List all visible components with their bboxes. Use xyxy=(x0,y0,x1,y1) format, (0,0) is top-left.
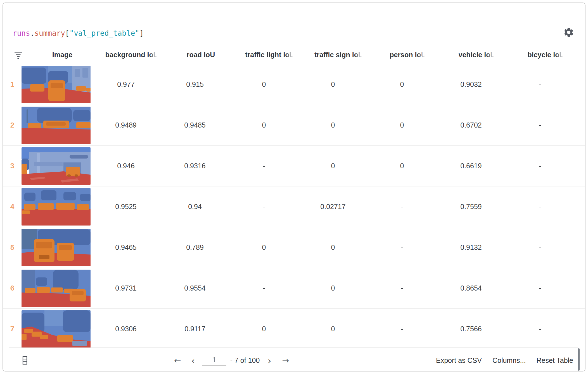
prev-page-icon: ‹ xyxy=(191,355,195,366)
gear-icon[interactable] xyxy=(563,27,575,39)
value-cell: 0 xyxy=(229,243,298,251)
value-cell: 0 xyxy=(368,162,437,170)
segmentation-overlay-parking-lot-image xyxy=(22,147,91,185)
value-cell: - xyxy=(368,203,437,211)
column-header-background-iou[interactable]: background IoU xyxy=(97,51,166,61)
column-header-label: traffic light IoU xyxy=(245,51,294,59)
value-cell: 0 xyxy=(298,284,368,292)
reset-table-button[interactable]: Reset Table xyxy=(536,356,573,365)
row-index: 4 xyxy=(3,202,22,211)
value-cell: - xyxy=(368,243,437,251)
table-row: 40.95250.94-0.02717-0.7559- xyxy=(3,186,585,227)
row-thumbnail[interactable] xyxy=(22,229,91,266)
value-cell: 0.977 xyxy=(91,80,160,88)
filter-button[interactable] xyxy=(9,52,27,59)
image-cell xyxy=(22,105,91,145)
row-index: 7 xyxy=(3,325,22,333)
row-thumbnail[interactable] xyxy=(22,147,91,185)
row-index: 2 xyxy=(3,121,22,130)
row-index: 3 xyxy=(3,162,22,170)
page-number-input[interactable] xyxy=(202,355,226,366)
value-cell: 0.9316 xyxy=(160,162,229,170)
column-header-traffic-light-iou[interactable]: traffic light IoU xyxy=(235,51,304,61)
segmentation-overlay-intersection-image xyxy=(22,188,91,226)
table-header-row: Imagebackground IoUroad IoUtraffic light… xyxy=(3,47,585,64)
value-cell: - xyxy=(506,162,575,170)
row-index: 1 xyxy=(3,80,22,89)
column-header-image[interactable]: Image xyxy=(27,51,97,61)
columns-button[interactable]: Columns... xyxy=(492,356,526,365)
table-row: 70.93060.911700-0.7566- xyxy=(3,309,585,349)
code-token: ] xyxy=(139,29,144,37)
table-panel-card: runs.summary["val_pred_table"] Imageback… xyxy=(3,3,585,371)
column-header-label: road IoU xyxy=(187,51,215,59)
last-page-icon: → xyxy=(282,356,289,365)
vertical-scroll-track[interactable] xyxy=(579,64,579,347)
row-thumbnail[interactable] xyxy=(22,310,91,348)
column-header-traffic-sign-iou[interactable]: traffic sign IoU xyxy=(304,51,373,61)
table-row: 30.9460.9316-000.6619- xyxy=(3,146,585,186)
value-cell: 0 xyxy=(298,121,368,129)
prev-page-button[interactable]: ‹ xyxy=(190,356,196,365)
value-cell: - xyxy=(368,325,437,333)
row-thumbnail[interactable] xyxy=(22,188,91,226)
value-cell: 0.94 xyxy=(160,203,229,211)
value-cell: 0.9132 xyxy=(437,243,506,251)
value-cell: 0.9465 xyxy=(91,243,160,251)
value-cell: 0.6619 xyxy=(437,162,506,170)
column-header-label: background IoU xyxy=(105,51,158,59)
value-cell: 0 xyxy=(298,243,368,251)
value-cell: - xyxy=(506,203,575,211)
code-token: runs xyxy=(13,29,30,37)
row-thumbnail[interactable] xyxy=(22,270,91,307)
value-cell: 0.9731 xyxy=(91,284,160,292)
page-background: { "panel": { "code_tokens": [ {"text": "… xyxy=(0,0,588,374)
value-cell: 0 xyxy=(298,162,368,170)
last-page-button[interactable]: → xyxy=(281,356,290,365)
column-header-label: Image xyxy=(52,51,72,59)
value-cell: 0.9525 xyxy=(91,203,160,211)
first-page-button[interactable]: ← xyxy=(173,356,182,365)
table-row: 20.94890.94850000.6702- xyxy=(3,105,585,146)
value-cell: 0 xyxy=(368,121,437,129)
table-bottom-border xyxy=(9,347,578,348)
panel-title-code: runs.summary["val_pred_table"] xyxy=(13,28,144,39)
value-cell: - xyxy=(506,325,575,333)
value-cell: 0.9554 xyxy=(160,284,229,292)
row-index: 5 xyxy=(3,243,22,252)
segmentation-overlay-street-scene-image xyxy=(22,229,91,266)
value-cell: 0 xyxy=(368,80,437,88)
image-cell xyxy=(22,146,91,186)
segmentation-overlay-street-scene-image xyxy=(22,107,91,144)
value-cell: 0 xyxy=(229,325,298,333)
column-header-road-iou[interactable]: road IoU xyxy=(166,51,235,61)
footer-actions: Export as CSV Columns... Reset Table xyxy=(436,350,573,371)
row-index: 6 xyxy=(3,284,22,293)
segmentation-overlay-street-scene-image xyxy=(22,66,91,103)
column-header-label: bicycle IoU xyxy=(528,51,565,59)
value-cell: 0.8654 xyxy=(437,284,506,292)
table-footer: ← ‹ - 7 of 100 › → Export as CSV Columns… xyxy=(3,350,585,371)
rows-per-page-button[interactable] xyxy=(21,354,29,366)
value-cell: 0.946 xyxy=(91,162,160,170)
value-cell: 0.9306 xyxy=(91,325,160,333)
value-cell: 0.9485 xyxy=(160,121,229,129)
image-cell xyxy=(22,227,91,268)
value-cell: - xyxy=(506,121,575,129)
column-header-person-iou[interactable]: person IoU xyxy=(373,51,442,61)
value-cell: 0.789 xyxy=(160,243,229,251)
value-cell: 0.7566 xyxy=(437,325,506,333)
pagination: ← ‹ - 7 of 100 › → xyxy=(173,350,290,371)
next-page-button[interactable]: › xyxy=(266,356,272,365)
row-thumbnail[interactable] xyxy=(22,66,91,103)
value-cell: 0.9117 xyxy=(160,325,229,333)
first-page-icon: ← xyxy=(174,356,181,365)
value-cell: - xyxy=(229,162,298,170)
column-header-bicycle-iou[interactable]: bicycle IoU xyxy=(511,51,580,61)
code-token: "val_pred_table" xyxy=(70,29,139,37)
export-csv-button[interactable]: Export as CSV xyxy=(436,356,482,365)
row-thumbnail[interactable] xyxy=(22,107,91,144)
column-header-vehicle-iou[interactable]: vehicle IoU xyxy=(442,51,511,61)
value-cell: 0 xyxy=(298,325,368,333)
table-body: 10.9770.9150000.9032-20.94890.94850000.6… xyxy=(3,64,585,349)
